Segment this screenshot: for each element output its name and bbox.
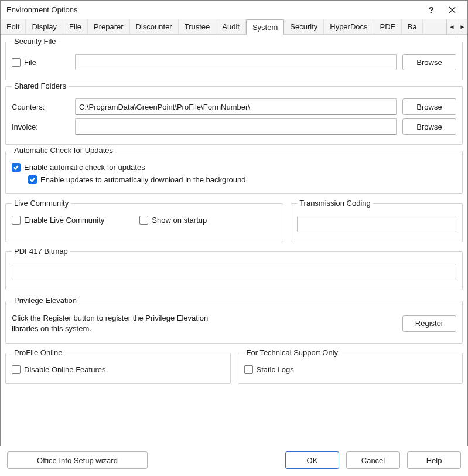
- group-security-file: Security File File Browse: [5, 42, 463, 80]
- file-checkbox-label: File: [24, 58, 36, 67]
- show-on-startup-checkbox[interactable]: Show on startup: [139, 216, 207, 225]
- close-icon[interactable]: [442, 2, 463, 18]
- help-icon[interactable]: ?: [421, 2, 442, 18]
- counters-browse-button[interactable]: Browse: [402, 98, 456, 115]
- static-logs-checkbox[interactable]: Static Logs: [244, 365, 294, 374]
- enable-updates-label: Enable automatic check for updates: [24, 163, 145, 172]
- legend-pdf417: PDF417 Bitmap: [12, 247, 70, 256]
- tab-file[interactable]: File: [63, 19, 88, 34]
- tab-scroll-left-icon[interactable]: ◄: [446, 19, 457, 34]
- group-transmission-coding: Transmission Coding: [291, 203, 463, 242]
- pdf417-input[interactable]: [12, 264, 456, 280]
- transmission-input[interactable]: [297, 216, 456, 232]
- invoice-input[interactable]: [75, 118, 397, 135]
- show-on-startup-label: Show on startup: [152, 216, 207, 225]
- tab-security[interactable]: Security: [284, 19, 324, 34]
- tab-trustee[interactable]: Trustee: [179, 19, 217, 34]
- legend-profile-online: ProFile Online: [12, 348, 64, 357]
- invoice-label: Invoice:: [12, 123, 75, 131]
- enable-download-label: Enable updates to automatically download…: [40, 175, 246, 184]
- tab-preparer[interactable]: Preparer: [88, 19, 130, 34]
- tab-ba[interactable]: Ba: [402, 19, 423, 34]
- disable-online-label: Disable Online Features: [24, 365, 105, 374]
- legend-privilege: Privilege Elevation: [12, 296, 79, 305]
- group-privilege: Privilege Elevation Click the Register b…: [5, 301, 463, 344]
- enable-updates-checkbox[interactable]: Enable automatic check for updates: [12, 163, 145, 172]
- group-shared-folders: Shared Folders Counters: Browse Invoice:…: [5, 86, 463, 145]
- counters-label: Counters:: [12, 103, 75, 111]
- ok-button[interactable]: OK: [285, 451, 339, 469]
- group-profile-online: ProFile Online Disable Online Features: [5, 353, 231, 384]
- legend-transmission: Transmission Coding: [297, 199, 373, 208]
- security-file-input[interactable]: [75, 54, 397, 70]
- legend-tech-support: For Technical Support Only: [244, 348, 341, 357]
- tab-audit[interactable]: Audit: [216, 19, 246, 34]
- security-file-browse-button[interactable]: Browse: [402, 54, 456, 70]
- group-live-community: Live Community Enable Live Community Sho…: [5, 203, 283, 242]
- disable-online-checkbox[interactable]: Disable Online Features: [12, 365, 105, 374]
- footer-bar: Office Info Setup wizard OK Cancel Help: [0, 446, 468, 476]
- window-title: Environment Options: [6, 5, 421, 14]
- content-area: Security File File Browse Shared Folders…: [1, 35, 467, 390]
- tab-hyperdocs[interactable]: HyperDocs: [324, 19, 374, 34]
- group-updates: Automatic Check for Updates Enable autom…: [5, 151, 463, 194]
- group-tech-support: For Technical Support Only Static Logs: [238, 353, 463, 384]
- enable-live-community-label: Enable Live Community: [24, 216, 104, 225]
- office-info-wizard-button[interactable]: Office Info Setup wizard: [7, 451, 148, 469]
- file-checkbox[interactable]: File: [12, 58, 75, 67]
- legend-shared-folders: Shared Folders: [12, 81, 69, 90]
- cancel-button[interactable]: Cancel: [346, 451, 400, 469]
- privilege-text: Click the Register button to register th…: [12, 313, 211, 334]
- tab-system[interactable]: System: [246, 19, 284, 35]
- title-bar: Environment Options ?: [1, 1, 467, 19]
- group-pdf417: PDF417 Bitmap: [5, 251, 463, 290]
- legend-security-file: Security File: [12, 37, 59, 46]
- invoice-browse-button[interactable]: Browse: [402, 118, 456, 135]
- tab-scroll-right-icon[interactable]: ►: [457, 19, 467, 34]
- tab-pdf[interactable]: PDF: [374, 19, 402, 34]
- enable-download-checkbox[interactable]: Enable updates to automatically download…: [28, 175, 246, 184]
- tab-edit[interactable]: Edit: [1, 19, 26, 34]
- static-logs-label: Static Logs: [257, 365, 294, 374]
- legend-updates: Automatic Check for Updates: [12, 146, 115, 155]
- tab-display[interactable]: Display: [26, 19, 63, 34]
- help-button[interactable]: Help: [407, 451, 461, 469]
- legend-live-community: Live Community: [12, 199, 71, 208]
- register-button[interactable]: Register: [402, 315, 456, 332]
- tab-discounter[interactable]: Discounter: [130, 19, 179, 34]
- tab-strip: Edit Display File Preparer Discounter Tr…: [1, 19, 467, 35]
- counters-input[interactable]: [75, 98, 397, 115]
- enable-live-community-checkbox[interactable]: Enable Live Community: [12, 216, 104, 225]
